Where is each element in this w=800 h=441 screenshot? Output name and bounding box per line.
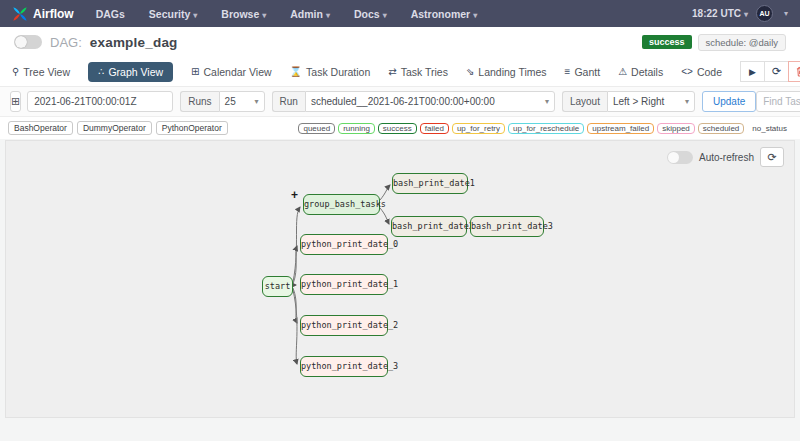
dag-actions: ▶ ⟳ [740,61,800,82]
graph-refresh-button[interactable]: ⟳ [760,147,784,167]
refresh-icon: ⟳ [772,65,781,78]
task-node-bash-print-date3[interactable]: bash_print_date3 [470,216,544,237]
layout-select[interactable]: Left > Right▾ [607,91,695,112]
retries-icon: ⇄ [388,66,396,77]
graph-canvas[interactable]: Auto-refresh ⟳ + start group_bash_t [5,140,795,418]
find-task-input[interactable] [756,91,800,112]
nav-right: 18:22 UTC▾ AU ▾ [692,5,788,22]
tab-task-duration[interactable]: ⌛Task Duration [290,66,371,78]
base-date-input[interactable] [27,91,173,112]
task-node-python-print-date-1[interactable]: python_print_date_1 [300,274,388,295]
autorefresh-label: Auto-refresh [699,152,754,163]
runs-select[interactable]: 25▾ [219,91,265,112]
nav-menu: DAGs Security▾ Browse▾ Admin▾ Docs▾ Astr… [96,8,478,20]
airflow-brand[interactable]: Airflow [12,6,74,22]
dag-prefix-label: DAG: [50,35,82,50]
toggle-knob [15,36,27,48]
dag-pause-toggle[interactable] [14,35,42,49]
status-badge-skipped[interactable]: skipped [657,123,695,134]
nav-item-dags[interactable]: DAGs [96,8,125,20]
dag-header-right: success schedule: @daily [642,34,786,51]
task-node-python-print-date-3[interactable]: python_print_date_3 [300,356,388,377]
tab-graph-view[interactable]: ∴Graph View [88,62,173,82]
refresh-icon: ⟳ [767,151,776,164]
landing-icon: ⇘ [466,66,474,77]
caret-down-icon: ▾ [193,11,197,20]
dag-header: DAG: example_dag success schedule: @dail… [0,27,800,57]
delete-dag-button[interactable] [788,61,800,82]
details-icon: ⚠ [618,66,627,77]
task-node-bash-print-date1[interactable]: bash_print_date1 [392,173,468,194]
trash-icon [796,66,800,77]
caret-down-icon: ▾ [383,11,387,20]
run-label: Run [272,91,305,112]
schedule-badge[interactable]: schedule: @daily [698,34,787,51]
status-badge-scheduled[interactable]: scheduled [698,123,744,134]
runs-group: Runs 25▾ [180,91,264,112]
status-legend: queued running success failed up_for_ret… [298,123,792,134]
calendar-icon: ⊞ [191,66,199,77]
caret-down-icon: ▾ [326,11,330,20]
tab-task-tries[interactable]: ⇄Task Tries [388,66,448,78]
status-badge-up-for-reschedule[interactable]: up_for_reschedule [508,123,584,134]
task-node-start[interactable]: start [262,276,293,297]
find-task-wrap [756,91,800,112]
task-node-python-print-date-2[interactable]: python_print_date_2 [300,315,388,336]
status-badge-failed[interactable]: failed [420,123,449,134]
caret-down-icon: ▾ [685,97,689,106]
nav-item-admin[interactable]: Admin▾ [290,8,330,20]
code-icon: <> [681,66,693,77]
layout-label: Layout [562,91,607,112]
operator-badge-bash: BashOperator [8,121,73,135]
gantt-icon: ≡ [565,66,571,77]
tab-code[interactable]: <>Code [681,66,722,78]
task-node-bash-print-date2[interactable]: bash_print_date2 [391,216,467,237]
caret-down-icon: ▾ [744,10,748,19]
status-badge-up-for-retry[interactable]: up_for_retry [452,123,505,134]
operator-badge-dummy: DummyOperator [77,121,152,135]
run-select[interactable]: scheduled__2021-06-21T00:00:00+00:00▾ [305,91,555,112]
nav-item-browse[interactable]: Browse▾ [221,8,266,20]
update-button[interactable]: Update [702,91,756,112]
caret-down-icon: ▾ [262,11,266,20]
task-node-python-print-date-0[interactable]: python_print_date_0 [300,234,388,255]
tab-tree-view[interactable]: ⚲Tree View [12,66,70,78]
utc-clock[interactable]: 18:22 UTC▾ [692,8,748,19]
tab-landing-times[interactable]: ⇘Landing Times [466,66,547,78]
autorefresh-toggle[interactable] [667,151,693,164]
airflow-logo-icon [12,6,28,22]
status-badge-upstream-failed[interactable]: upstream_failed [587,123,654,134]
taskgroup-expand-icon[interactable]: + [291,190,298,200]
nav-item-astronomer[interactable]: Astronomer▾ [411,8,478,20]
brand-label: Airflow [33,7,74,21]
caret-down-icon[interactable]: ▾ [784,9,788,18]
status-badge-queued[interactable]: queued [298,123,335,134]
operator-badge-python: PythonOperator [156,121,228,135]
tree-view-icon: ⚲ [12,66,19,77]
trigger-dag-button[interactable]: ▶ [740,61,765,82]
hourglass-icon: ⌛ [290,66,302,77]
refresh-dag-button[interactable]: ⟳ [764,61,789,82]
top-navbar: Airflow DAGs Security▾ Browse▾ Admin▾ Do… [0,0,800,27]
tab-gantt[interactable]: ≡Gantt [565,66,601,78]
toggle-knob [668,152,679,163]
graph-view-icon: ∴ [98,66,104,77]
nav-item-docs[interactable]: Docs▾ [354,8,387,20]
status-badge-running[interactable]: running [338,123,375,134]
caret-down-icon: ▾ [545,97,549,106]
dag-status-badge: success [642,35,692,49]
caret-down-icon: ▾ [473,11,477,20]
tab-calendar-view[interactable]: ⊞Calendar View [191,66,272,78]
user-avatar[interactable]: AU [756,5,773,22]
status-badge-no-status[interactable]: no_status [747,123,792,134]
run-group: Run scheduled__2021-06-21T00:00:00+00:00… [272,91,555,112]
play-icon: ▶ [749,67,756,77]
nav-item-security[interactable]: Security▾ [149,8,197,20]
tab-details[interactable]: ⚠Details [618,66,663,78]
airflow-app: Airflow DAGs Security▾ Browse▾ Admin▾ Do… [0,0,800,441]
calendar-picker-button[interactable]: ⊞ [10,91,21,112]
calendar-icon: ⊞ [11,95,20,108]
task-node-group-bash-tasks[interactable]: group_bash_tasks [303,194,380,215]
runs-label: Runs [180,91,218,112]
status-badge-success[interactable]: success [378,123,417,134]
